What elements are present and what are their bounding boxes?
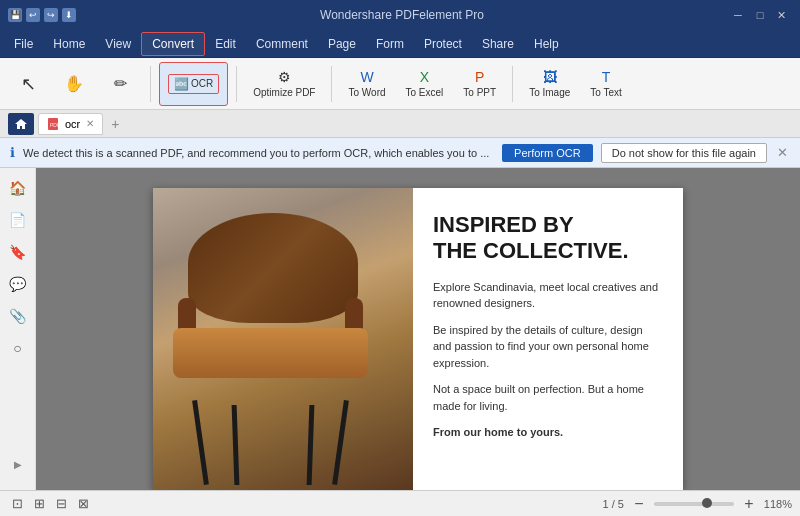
- pdf-icon: PDF: [47, 118, 59, 130]
- cursor-tool[interactable]: ↖: [6, 62, 50, 106]
- notification-close-icon[interactable]: ✕: [775, 145, 790, 160]
- home-tab-icon[interactable]: [8, 113, 34, 135]
- tab-ocr-label: ocr: [65, 118, 80, 130]
- to-image-label: To Image: [529, 87, 570, 98]
- pdf-page: INSPIRED BYTHE COLLECTIVE. Explore Scand…: [153, 188, 683, 490]
- menu-edit[interactable]: Edit: [205, 33, 246, 55]
- app-title: Wondershare PDFelement Pro: [320, 8, 484, 22]
- grid-view-icon[interactable]: ⊠: [74, 495, 92, 513]
- sep4: [512, 66, 513, 102]
- pdf-para-1: Explore Scandinavia, meet local creative…: [433, 279, 663, 312]
- page-number: 1 / 5: [602, 498, 623, 510]
- status-right: 1 / 5 − + 118%: [602, 495, 792, 513]
- new-tab-button[interactable]: +: [107, 116, 123, 132]
- menu-home[interactable]: Home: [43, 33, 95, 55]
- ocr-group: 🔤 OCR: [159, 62, 228, 106]
- zoom-thumb: [702, 498, 712, 508]
- sidebar-expand-icon[interactable]: ▶: [4, 450, 32, 478]
- redo-icon[interactable]: ↪: [44, 8, 58, 22]
- sep1: [150, 66, 151, 102]
- info-icon: ℹ: [10, 145, 15, 160]
- menu-help[interactable]: Help: [524, 33, 569, 55]
- view-mode-icon[interactable]: ⊟: [52, 495, 70, 513]
- maximize-button[interactable]: □: [750, 5, 770, 25]
- window-controls: ─ □ ✕: [728, 5, 792, 25]
- edit-tool[interactable]: ✏: [98, 62, 142, 106]
- to-ppt-icon: P: [475, 69, 484, 85]
- zoom-level: 118%: [764, 498, 792, 510]
- do-not-show-button[interactable]: Do not show for this file again: [601, 143, 767, 163]
- optimize-label: Optimize PDF: [253, 87, 315, 98]
- ocr-label: OCR: [191, 78, 213, 89]
- to-excel-icon: X: [420, 69, 429, 85]
- chair-image: [153, 188, 413, 490]
- to-image-icon: 🖼: [543, 69, 557, 85]
- status-bar: ⊡ ⊞ ⊟ ⊠ 1 / 5 − + 118%: [0, 490, 800, 516]
- pdf-para-2: Be inspired by the details of culture, d…: [433, 322, 663, 372]
- pdf-para-4: From our home to yours.: [433, 424, 663, 441]
- tab-bar: PDF ocr ✕ +: [0, 110, 800, 138]
- to-word-button[interactable]: W To Word: [340, 62, 393, 106]
- ocr-icon: 🔤: [174, 77, 189, 91]
- sep2: [236, 66, 237, 102]
- notification-text: We detect this is a scanned PDF, and rec…: [23, 147, 494, 159]
- pdf-title: INSPIRED BYTHE COLLECTIVE.: [433, 212, 663, 265]
- fit-width-icon[interactable]: ⊞: [30, 495, 48, 513]
- zoom-out-icon[interactable]: −: [630, 495, 648, 513]
- title-bar-left: 💾 ↩ ↪ ⬇: [8, 8, 76, 22]
- to-word-icon: W: [360, 69, 373, 85]
- sidebar-attachment-icon[interactable]: 📎: [4, 302, 32, 330]
- download-icon[interactable]: ⬇: [62, 8, 76, 22]
- menu-form[interactable]: Form: [366, 33, 414, 55]
- ocr-button[interactable]: 🔤 OCR: [159, 62, 228, 106]
- selection-tools: ↖ ✋ ✏: [6, 62, 142, 106]
- to-image-button[interactable]: 🖼 To Image: [521, 62, 578, 106]
- sidebar-home-icon[interactable]: 🏠: [4, 174, 32, 202]
- main-area: 🏠 📄 🔖 💬 📎 ○ ▶: [0, 168, 800, 490]
- to-ppt-label: To PPT: [463, 87, 496, 98]
- title-bar: 💾 ↩ ↪ ⬇ Wondershare PDFelement Pro ─ □ ✕: [0, 0, 800, 30]
- toolbar: ↖ ✋ ✏ 🔤 OCR ⚙ Optimize PDF W To Word X T…: [0, 58, 800, 110]
- fit-page-icon[interactable]: ⊡: [8, 495, 26, 513]
- sidebar-pages-icon[interactable]: 📄: [4, 206, 32, 234]
- menu-file[interactable]: File: [4, 33, 43, 55]
- menu-view[interactable]: View: [95, 33, 141, 55]
- menu-comment[interactable]: Comment: [246, 33, 318, 55]
- to-ppt-button[interactable]: P To PPT: [455, 62, 504, 106]
- to-text-label: To Text: [590, 87, 622, 98]
- zoom-slider[interactable]: [654, 502, 734, 506]
- menu-bar: File Home View Convert Edit Comment Page…: [0, 30, 800, 58]
- optimize-pdf-button[interactable]: ⚙ Optimize PDF: [245, 62, 323, 106]
- menu-share[interactable]: Share: [472, 33, 524, 55]
- svg-text:PDF: PDF: [50, 122, 59, 128]
- save-icon[interactable]: 💾: [8, 8, 22, 22]
- quick-access-icons: 💾 ↩ ↪ ⬇: [8, 8, 76, 22]
- tab-close-icon[interactable]: ✕: [86, 118, 94, 129]
- to-excel-button[interactable]: X To Excel: [398, 62, 452, 106]
- menu-convert[interactable]: Convert: [141, 32, 205, 56]
- to-excel-label: To Excel: [406, 87, 444, 98]
- optimize-icon: ⚙: [278, 69, 291, 85]
- to-word-label: To Word: [348, 87, 385, 98]
- close-button[interactable]: ✕: [772, 5, 792, 25]
- minimize-button[interactable]: ─: [728, 5, 748, 25]
- zoom-in-icon[interactable]: +: [740, 495, 758, 513]
- menu-page[interactable]: Page: [318, 33, 366, 55]
- undo-icon[interactable]: ↩: [26, 8, 40, 22]
- to-text-button[interactable]: T To Text: [582, 62, 630, 106]
- pdf-viewer: INSPIRED BYTHE COLLECTIVE. Explore Scand…: [36, 168, 800, 490]
- hand-tool[interactable]: ✋: [52, 62, 96, 106]
- sep3: [331, 66, 332, 102]
- pdf-text-area: INSPIRED BYTHE COLLECTIVE. Explore Scand…: [413, 188, 683, 490]
- status-left: ⊡ ⊞ ⊟ ⊠: [8, 495, 92, 513]
- sidebar-comment-icon[interactable]: 💬: [4, 270, 32, 298]
- house-icon: [14, 117, 28, 131]
- menu-protect[interactable]: Protect: [414, 33, 472, 55]
- perform-ocr-button[interactable]: Perform OCR: [502, 144, 593, 162]
- sidebar-search-icon[interactable]: ○: [4, 334, 32, 362]
- tab-ocr[interactable]: PDF ocr ✕: [38, 113, 103, 135]
- pdf-image-area: [153, 188, 413, 490]
- to-text-icon: T: [602, 69, 611, 85]
- pdf-para-3: Not a space built on perfection. But a h…: [433, 381, 663, 414]
- sidebar-bookmark-icon[interactable]: 🔖: [4, 238, 32, 266]
